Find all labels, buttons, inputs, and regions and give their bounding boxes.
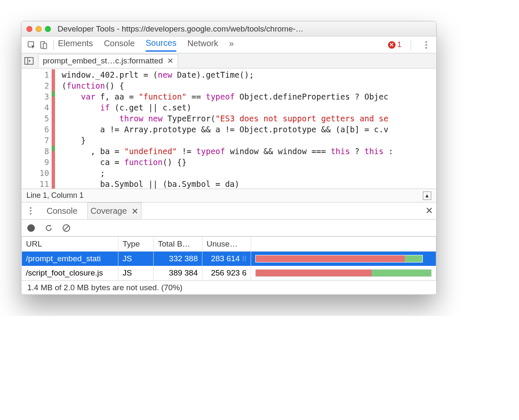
cell-url: /prompt_embed_stati	[22, 252, 118, 266]
tab-overflow-icon[interactable]: »	[229, 39, 234, 51]
col-type[interactable]: Type	[118, 237, 154, 252]
coverage-marker	[52, 102, 55, 113]
code-line[interactable]: throw new TypeError("ES3 does not suppor…	[62, 113, 436, 124]
line-number[interactable]: 3	[21, 91, 49, 102]
col-unused[interactable]: Unuse…	[202, 237, 251, 252]
traffic-lights	[26, 26, 51, 32]
cell-total: 389 384	[154, 266, 202, 280]
close-tab-icon[interactable]: ✕	[167, 56, 173, 66]
drawer-menu-icon[interactable]	[25, 205, 37, 217]
tab-console[interactable]: Console	[104, 39, 134, 51]
coverage-marker	[52, 113, 55, 124]
file-tab[interactable]: prompt_embed_st…c.js:formatted ✕	[38, 54, 178, 68]
file-tab-label: prompt_embed_st…c.js:formatted	[43, 56, 163, 66]
line-number[interactable]: 9	[21, 157, 49, 168]
zoom-window-button[interactable]	[45, 26, 51, 32]
code-line[interactable]: if (c.get || c.set)	[62, 102, 436, 113]
cell-type: JS	[118, 252, 154, 266]
drawer-tab-console[interactable]: Console	[44, 202, 80, 219]
separator	[53, 40, 54, 50]
svg-point-5	[425, 47, 427, 49]
col-url[interactable]: URL	[22, 237, 118, 252]
separator	[411, 40, 411, 50]
line-number[interactable]: 10	[21, 168, 49, 178]
code-line[interactable]: ba.Symbol || (ba.Symbol = da)	[62, 178, 436, 189]
cell-unused: 283 614 8	[202, 252, 251, 266]
code-line[interactable]: }	[62, 135, 436, 146]
code-body[interactable]: window._402.prlt = (new Date).getTime();…	[58, 68, 436, 189]
minimize-window-button[interactable]	[36, 26, 42, 32]
coverage-marker	[52, 146, 55, 157]
svg-line-12	[64, 226, 68, 230]
drawer-tab-coverage[interactable]: Coverage ✕	[87, 202, 142, 219]
kebab-menu-icon[interactable]	[420, 39, 432, 51]
coverage-row[interactable]: /script_foot_closure.jsJS389 384256 923 …	[22, 266, 436, 280]
coverage-marker	[52, 168, 55, 178]
line-number[interactable]: 7	[21, 135, 49, 146]
code-line[interactable]: ;	[62, 168, 436, 178]
svg-point-9	[30, 210, 31, 212]
svg-point-8	[30, 207, 31, 209]
clear-icon[interactable]	[62, 223, 71, 233]
coverage-marker	[52, 91, 55, 102]
cell-bar	[251, 266, 436, 280]
coverage-marker	[52, 135, 55, 146]
navigator-toggle-icon[interactable]	[21, 57, 37, 65]
panel-tabs: Elements Console Sources Network »	[58, 38, 388, 52]
tab-network[interactable]: Network	[187, 39, 218, 51]
inspect-element-icon[interactable]	[26, 39, 37, 51]
reload-icon[interactable]	[44, 223, 53, 233]
line-number[interactable]: 1	[21, 69, 49, 80]
code-line[interactable]: , ba = "undefined" != typeof window && w…	[62, 146, 436, 157]
coverage-marker	[52, 157, 55, 168]
cell-type: JS	[118, 266, 154, 280]
code-line[interactable]: var f, aa = "function" == typeof Object.…	[62, 91, 436, 102]
line-number[interactable]: 2	[21, 80, 49, 91]
coverage-summary: 1.4 MB of 2.0 MB bytes are not used. (70…	[21, 280, 436, 294]
code-line[interactable]: (function() {	[62, 80, 436, 91]
tab-elements[interactable]: Elements	[58, 39, 93, 51]
cell-unused: 256 923 6	[202, 266, 251, 280]
code-line[interactable]: a != Array.prototype && a != Object.prot…	[62, 124, 436, 135]
line-number[interactable]: 6	[21, 124, 49, 135]
coverage-table: URL Type Total B… Unuse… /prompt_embed_s…	[21, 236, 436, 280]
expand-drawer-icon[interactable]: ▲	[423, 192, 431, 200]
line-number[interactable]: 11	[21, 178, 49, 189]
col-bar	[251, 237, 436, 252]
tab-sources[interactable]: Sources	[146, 38, 176, 52]
col-total[interactable]: Total B…	[154, 237, 202, 252]
record-button[interactable]	[26, 223, 36, 233]
line-number[interactable]: 5	[21, 113, 49, 124]
code-editor[interactable]: 1234567891011 window._402.prlt = (new Da…	[21, 68, 436, 189]
coverage-marker	[52, 69, 55, 80]
device-toggle-icon[interactable]	[37, 39, 49, 51]
coverage-marker	[52, 124, 55, 135]
svg-point-3	[425, 41, 427, 43]
window-title: Developer Tools - https://developers.goo…	[54, 24, 431, 34]
coverage-marker	[52, 80, 55, 91]
error-count: 1	[397, 40, 401, 49]
cell-bar	[251, 252, 436, 266]
drawer-tabstrip: Console Coverage ✕ ✕	[21, 202, 436, 220]
gutter: 1234567891011	[21, 68, 58, 189]
cell-url: /script_foot_closure.js	[22, 266, 118, 280]
main-toolbar: Elements Console Sources Network » ✕ 1	[21, 37, 436, 53]
error-badge[interactable]: ✕ 1	[388, 40, 401, 49]
close-window-button[interactable]	[26, 26, 32, 32]
svg-point-4	[425, 44, 427, 46]
code-line[interactable]: window._402.prlt = (new Date).getTime();	[62, 69, 436, 80]
coverage-row[interactable]: /prompt_embed_statiJS332 388283 614 8	[22, 252, 436, 266]
svg-rect-2	[43, 43, 47, 49]
file-tabstrip: prompt_embed_st…c.js:formatted ✕	[21, 53, 436, 68]
line-number[interactable]: 8	[21, 146, 49, 157]
editor-statusbar: Line 1, Column 1 ▲	[21, 189, 436, 202]
close-tab-icon[interactable]: ✕	[131, 206, 139, 216]
close-drawer-icon[interactable]: ✕	[425, 205, 433, 216]
coverage-marker	[52, 178, 55, 189]
devtools-window: Developer Tools - https://developers.goo…	[21, 21, 437, 295]
line-number[interactable]: 4	[21, 102, 49, 113]
code-line[interactable]: ca = function() {}	[62, 157, 436, 168]
cursor-position: Line 1, Column 1	[26, 191, 84, 200]
table-header-row: URL Type Total B… Unuse…	[22, 237, 436, 252]
error-icon: ✕	[388, 41, 396, 49]
